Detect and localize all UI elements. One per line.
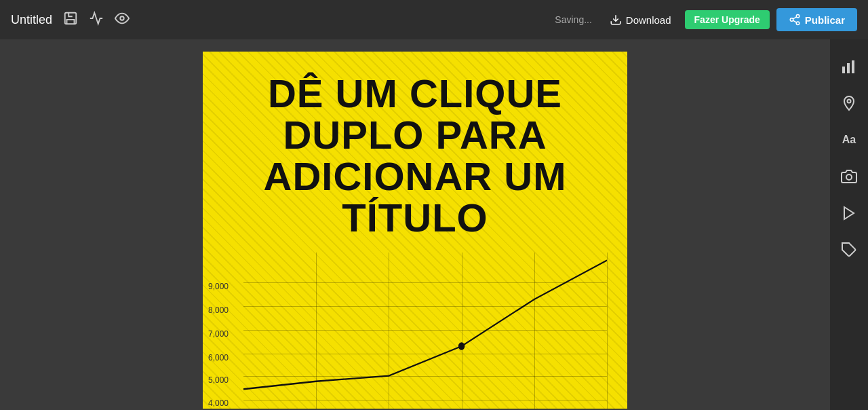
sidebar-map-button[interactable] <box>834 88 864 118</box>
main-area: DÊ UM CLIQUE DUPLO PARA ADICIONAR UM TÍT… <box>0 0 868 410</box>
chart-area[interactable]: 9,000 8,000 7,000 6,000 5,000 4,000 <box>203 253 627 409</box>
sidebar-text-button[interactable]: Aa <box>834 125 864 155</box>
svg-point-3 <box>796 15 800 18</box>
sidebar-video-button[interactable] <box>834 198 864 228</box>
svg-point-4 <box>790 18 793 22</box>
upgrade-button[interactable]: Fazer Upgrade <box>685 10 770 29</box>
chart-nav-icon[interactable] <box>89 11 104 29</box>
y-label-4000: 4,000 <box>208 398 229 408</box>
v-line-5 <box>607 253 608 409</box>
top-navigation: Untitled Saving... <box>0 0 868 39</box>
svg-line-7 <box>793 17 796 19</box>
nav-right: Saving... Download Fazer Upgrade Publica… <box>555 8 857 31</box>
y-label-8000: 8,000 <box>208 305 229 315</box>
svg-point-8 <box>458 342 465 350</box>
y-label-6000: 6,000 <box>208 353 229 362</box>
svg-rect-11 <box>852 60 854 73</box>
svg-point-13 <box>846 174 852 180</box>
save-icon[interactable] <box>63 11 78 29</box>
y-label-5000: 5,000 <box>208 375 229 385</box>
nav-left: Untitled <box>11 11 130 29</box>
svg-point-12 <box>848 100 851 103</box>
saving-status: Saving... <box>555 14 591 25</box>
sidebar-photo-button[interactable] <box>834 162 864 191</box>
svg-marker-14 <box>844 207 854 219</box>
sidebar-widget-button[interactable] <box>834 235 864 265</box>
infographic-title[interactable]: DÊ UM CLIQUE DUPLO PARA ADICIONAR UM TÍT… <box>203 52 627 253</box>
canvas-area[interactable]: DÊ UM CLIQUE DUPLO PARA ADICIONAR UM TÍT… <box>0 39 830 410</box>
infographic-card[interactable]: DÊ UM CLIQUE DUPLO PARA ADICIONAR UM TÍT… <box>203 52 627 409</box>
right-sidebar: Aa <box>830 39 868 410</box>
eye-icon[interactable] <box>115 11 130 29</box>
y-label-9000: 9,000 <box>208 282 229 291</box>
svg-rect-10 <box>847 63 850 73</box>
svg-rect-9 <box>842 67 845 73</box>
publish-button[interactable]: Publicar <box>776 8 857 31</box>
chart-grid: 9,000 8,000 7,000 6,000 5,000 4,000 <box>243 253 607 409</box>
download-button[interactable]: Download <box>603 10 678 30</box>
y-label-7000: 7,000 <box>208 329 229 339</box>
document-title[interactable]: Untitled <box>11 13 52 27</box>
sidebar-chart-button[interactable] <box>834 52 864 81</box>
svg-point-5 <box>796 22 800 25</box>
chart-svg <box>243 253 607 409</box>
svg-line-6 <box>793 20 796 22</box>
svg-point-1 <box>120 16 124 20</box>
